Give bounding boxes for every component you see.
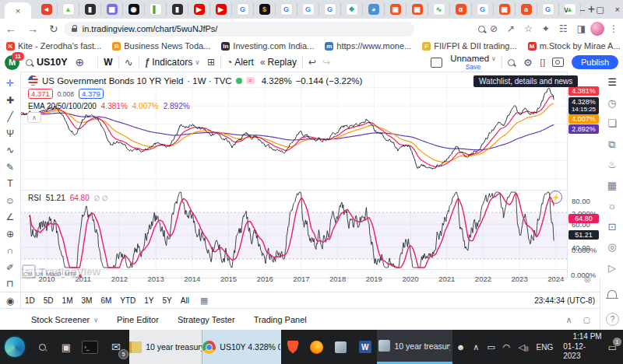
rsi-legend[interactable]: RSI 51.21 64.80 ∅ ∅ xyxy=(28,194,108,202)
zoom-in-tool[interactable]: ⊕ xyxy=(0,229,20,240)
chevron-down-icon[interactable]: ∨ xyxy=(195,58,200,66)
trend-line-tool[interactable]: ╱ xyxy=(0,111,20,122)
ema-legend[interactable]: EMA 20/50/100/200 4.381%4.007%2.892% xyxy=(28,102,190,110)
user-menu-button[interactable]: M 11 xyxy=(5,55,19,70)
terminal-icon[interactable]: ›_ xyxy=(78,330,102,364)
panel-maximize-icon[interactable]: ▢ xyxy=(583,316,590,324)
alerts-icon[interactable]: ◷ xyxy=(600,97,623,109)
chart-legend[interactable]: US Government Bonds 10 YR Yield · 1W · T… xyxy=(28,75,362,86)
browser-tab[interactable]: G xyxy=(472,2,494,16)
calendar-icon[interactable]: ▦ xyxy=(600,180,623,191)
axis-settings-icon[interactable]: ◎ xyxy=(584,275,591,283)
watchlist-icon[interactable]: ☰ xyxy=(600,76,623,88)
year-label[interactable]: 2018 xyxy=(326,275,350,283)
bookmark-star-icon[interactable]: ☆ xyxy=(524,23,533,34)
alert-button[interactable]: Alert xyxy=(234,57,254,68)
fullscreen-icon[interactable]: [ ] xyxy=(540,58,544,67)
taskbar-app-chrome[interactable]: US10Y 4.328% 0% U... xyxy=(202,330,280,364)
action-center-icon[interactable]: ▭ 1 xyxy=(608,340,617,354)
browser-tab[interactable]: ▌ xyxy=(145,2,167,16)
bookmark-item[interactable]: mhttps://www.mone... xyxy=(325,41,411,51)
year-label[interactable]: 2016 xyxy=(253,275,276,283)
bottom-tab[interactable]: Trading Panel xyxy=(254,315,307,324)
browser-tab[interactable]: G xyxy=(232,2,254,16)
interval-button[interactable]: W xyxy=(104,57,112,68)
active-tab[interactable]: × xyxy=(5,2,31,19)
bookmark-item[interactable]: InInvesting.com India... xyxy=(221,41,314,51)
people-icon[interactable]: ☻ xyxy=(456,342,466,352)
year-label[interactable]: 2021 xyxy=(435,275,459,283)
language-indicator[interactable]: ENG xyxy=(537,343,554,352)
browser-tab[interactable]: G xyxy=(297,2,319,16)
forward-icon[interactable]: → xyxy=(27,23,38,35)
object-tree-icon[interactable]: ⧉ xyxy=(600,138,623,151)
browser-tab[interactable]: ◄ xyxy=(36,2,58,16)
range-button[interactable]: 1Y xyxy=(144,296,153,305)
browser-tab[interactable]: ▦ xyxy=(101,2,123,16)
go-to-date-icon[interactable]: ▦ xyxy=(200,296,208,306)
save-label[interactable]: Save xyxy=(466,64,480,71)
side-panel-icon[interactable]: ◨ xyxy=(577,23,586,34)
layout-name[interactable]: Unnamed xyxy=(450,54,489,64)
browser-tab[interactable]: G xyxy=(319,2,341,16)
chevron-down-icon[interactable]: ∨ xyxy=(491,56,496,62)
hotlists-icon[interactable]: ♨ xyxy=(600,159,623,170)
back-icon[interactable]: ← xyxy=(5,23,16,35)
year-label[interactable]: 2023 xyxy=(508,275,531,283)
year-label[interactable]: 2019 xyxy=(362,275,385,283)
app-icon-1[interactable] xyxy=(329,330,353,364)
browser-tab[interactable]: G xyxy=(276,2,297,16)
year-label[interactable]: 2024 xyxy=(544,275,568,283)
year-label[interactable]: 2017 xyxy=(290,275,313,283)
browser-tab[interactable]: $ xyxy=(254,2,276,16)
close-tab-icon[interactable]: × xyxy=(16,6,20,16)
year-label[interactable]: 2011 xyxy=(72,275,95,283)
pitchfork-tool[interactable]: Ψ xyxy=(0,128,20,139)
battery-icon[interactable]: ▭ xyxy=(487,342,495,352)
time-axis[interactable]: 2010201120122013201420152016201720182019… xyxy=(0,272,600,285)
ideas-icon[interactable]: ☼ xyxy=(600,200,623,212)
browser-tab[interactable]: ▣ xyxy=(407,2,428,16)
range-button[interactable]: 3M xyxy=(82,296,93,305)
bottom-tab[interactable]: Pine Editor xyxy=(117,315,159,324)
taskbar-app-notes[interactable]: 10 year treasury yield xyxy=(129,330,202,364)
screenshot-camera-icon[interactable] xyxy=(552,58,564,67)
redo-icon[interactable]: ↪ xyxy=(322,57,330,68)
bookmark-item[interactable]: KKite - Zerodha's fast... xyxy=(6,41,101,51)
range-button[interactable]: 5Y xyxy=(163,296,172,305)
live-icon[interactable]: ▷ xyxy=(600,262,623,274)
range-button[interactable]: 5D xyxy=(44,296,54,305)
tray-chevron-icon[interactable]: ∧ xyxy=(473,342,479,352)
settings-gear-icon[interactable]: ⚙ xyxy=(523,57,533,68)
firefox-icon[interactable] xyxy=(304,330,329,364)
brush-tool[interactable]: ✎ xyxy=(0,162,20,173)
magnet-tool[interactable]: ∩ xyxy=(0,245,20,256)
taskbar-app-treasury[interactable]: 10 year treasury yiel... xyxy=(377,330,452,364)
year-label[interactable]: 2022 xyxy=(471,275,495,283)
browser-tab[interactable]: ▶ xyxy=(188,2,210,16)
rsi-hide-icons[interactable]: ∅ ∅ xyxy=(94,194,108,202)
extensions-icon[interactable]: ✦ xyxy=(542,23,550,34)
browser-tab[interactable]: ◕ xyxy=(363,2,385,16)
start-button[interactable] xyxy=(0,330,30,364)
browser-tab[interactable]: ▮ xyxy=(167,2,188,16)
browser-tab[interactable]: ∿ xyxy=(428,2,450,16)
pattern-tool[interactable]: ∿ xyxy=(0,145,20,156)
crosshair-tool[interactable]: ✛ xyxy=(0,78,20,89)
browser-tab[interactable]: ▶ xyxy=(210,2,232,16)
text-tool[interactable]: T xyxy=(0,178,20,189)
mail-icon[interactable]: ✉ 5 xyxy=(102,330,129,364)
news-icon[interactable]: ❏ xyxy=(600,117,623,129)
media-controls-icon[interactable]: ☷ xyxy=(559,23,568,34)
bell-icon[interactable] xyxy=(607,290,617,298)
bookmark-item[interactable]: FFII/FPI & DII trading... xyxy=(422,41,516,51)
year-label[interactable]: 2012 xyxy=(107,275,131,283)
emoji-tool[interactable]: ☺ xyxy=(0,195,20,206)
minimize-icon[interactable]: – xyxy=(580,5,585,14)
word-icon[interactable]: W xyxy=(353,330,377,364)
undo-icon[interactable]: ↩ xyxy=(308,57,316,68)
url-bar[interactable]: in.tradingview.com/chart/5wuNJfPs/ xyxy=(64,22,414,37)
legend-title[interactable]: US Government Bonds 10 YR Yield xyxy=(42,76,183,86)
browser-tab[interactable]: ▣ xyxy=(494,2,516,16)
browser-tab[interactable]: ▣ xyxy=(385,2,407,16)
